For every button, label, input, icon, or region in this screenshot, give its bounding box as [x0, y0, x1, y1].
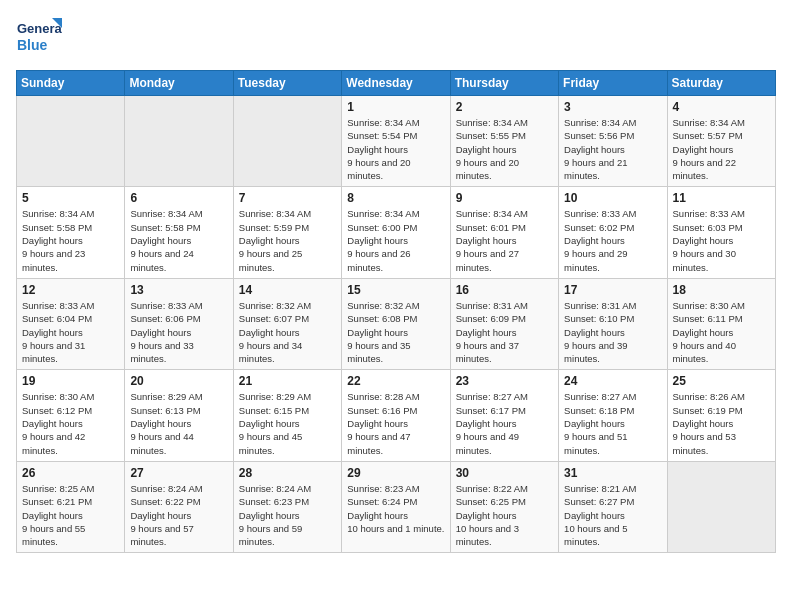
calendar-day: 10Sunrise: 8:33 AMSunset: 6:02 PMDayligh…: [559, 187, 667, 278]
weekday-header-thursday: Thursday: [450, 71, 558, 96]
calendar-day: 17Sunrise: 8:31 AMSunset: 6:10 PMDayligh…: [559, 278, 667, 369]
calendar-week-3: 12Sunrise: 8:33 AMSunset: 6:04 PMDayligh…: [17, 278, 776, 369]
weekday-header-wednesday: Wednesday: [342, 71, 450, 96]
day-number: 5: [22, 191, 119, 205]
svg-text:Blue: Blue: [17, 37, 48, 53]
day-number: 13: [130, 283, 227, 297]
calendar-day: 23Sunrise: 8:27 AMSunset: 6:17 PMDayligh…: [450, 370, 558, 461]
day-info: Sunrise: 8:30 AMSunset: 6:11 PMDaylight …: [673, 299, 770, 365]
day-info: Sunrise: 8:21 AMSunset: 6:27 PMDaylight …: [564, 482, 661, 548]
day-info: Sunrise: 8:32 AMSunset: 6:07 PMDaylight …: [239, 299, 336, 365]
day-info: Sunrise: 8:34 AMSunset: 6:01 PMDaylight …: [456, 207, 553, 273]
day-info: Sunrise: 8:34 AMSunset: 5:56 PMDaylight …: [564, 116, 661, 182]
day-number: 25: [673, 374, 770, 388]
svg-text:General: General: [17, 21, 62, 36]
calendar-day: 16Sunrise: 8:31 AMSunset: 6:09 PMDayligh…: [450, 278, 558, 369]
calendar-day: [233, 96, 341, 187]
day-number: 23: [456, 374, 553, 388]
day-number: 31: [564, 466, 661, 480]
calendar-day: 9Sunrise: 8:34 AMSunset: 6:01 PMDaylight…: [450, 187, 558, 278]
day-number: 11: [673, 191, 770, 205]
day-number: 10: [564, 191, 661, 205]
day-info: Sunrise: 8:34 AMSunset: 5:55 PMDaylight …: [456, 116, 553, 182]
calendar-day: 20Sunrise: 8:29 AMSunset: 6:13 PMDayligh…: [125, 370, 233, 461]
calendar-day: 31Sunrise: 8:21 AMSunset: 6:27 PMDayligh…: [559, 461, 667, 552]
day-number: 16: [456, 283, 553, 297]
calendar-day: 24Sunrise: 8:27 AMSunset: 6:18 PMDayligh…: [559, 370, 667, 461]
day-number: 2: [456, 100, 553, 114]
day-number: 19: [22, 374, 119, 388]
day-info: Sunrise: 8:23 AMSunset: 6:24 PMDaylight …: [347, 482, 444, 535]
day-number: 17: [564, 283, 661, 297]
calendar-day: 30Sunrise: 8:22 AMSunset: 6:25 PMDayligh…: [450, 461, 558, 552]
day-number: 6: [130, 191, 227, 205]
day-number: 29: [347, 466, 444, 480]
day-info: Sunrise: 8:29 AMSunset: 6:15 PMDaylight …: [239, 390, 336, 456]
calendar-day: 1Sunrise: 8:34 AMSunset: 5:54 PMDaylight…: [342, 96, 450, 187]
calendar-week-2: 5Sunrise: 8:34 AMSunset: 5:58 PMDaylight…: [17, 187, 776, 278]
day-number: 30: [456, 466, 553, 480]
calendar-day: 22Sunrise: 8:28 AMSunset: 6:16 PMDayligh…: [342, 370, 450, 461]
calendar-day: 13Sunrise: 8:33 AMSunset: 6:06 PMDayligh…: [125, 278, 233, 369]
day-number: 20: [130, 374, 227, 388]
calendar-day: 2Sunrise: 8:34 AMSunset: 5:55 PMDaylight…: [450, 96, 558, 187]
calendar-table: SundayMondayTuesdayWednesdayThursdayFrid…: [16, 70, 776, 553]
calendar-day: 28Sunrise: 8:24 AMSunset: 6:23 PMDayligh…: [233, 461, 341, 552]
day-info: Sunrise: 8:34 AMSunset: 5:58 PMDaylight …: [22, 207, 119, 273]
page-header: General Blue: [16, 16, 776, 60]
calendar-day: 15Sunrise: 8:32 AMSunset: 6:08 PMDayligh…: [342, 278, 450, 369]
day-info: Sunrise: 8:34 AMSunset: 5:59 PMDaylight …: [239, 207, 336, 273]
day-number: 15: [347, 283, 444, 297]
calendar-day: 8Sunrise: 8:34 AMSunset: 6:00 PMDaylight…: [342, 187, 450, 278]
weekday-header-sunday: Sunday: [17, 71, 125, 96]
day-number: 14: [239, 283, 336, 297]
calendar-day: 26Sunrise: 8:25 AMSunset: 6:21 PMDayligh…: [17, 461, 125, 552]
day-info: Sunrise: 8:29 AMSunset: 6:13 PMDaylight …: [130, 390, 227, 456]
day-info: Sunrise: 8:33 AMSunset: 6:02 PMDaylight …: [564, 207, 661, 273]
day-number: 24: [564, 374, 661, 388]
day-info: Sunrise: 8:34 AMSunset: 5:54 PMDaylight …: [347, 116, 444, 182]
calendar-day: 5Sunrise: 8:34 AMSunset: 5:58 PMDaylight…: [17, 187, 125, 278]
day-info: Sunrise: 8:34 AMSunset: 6:00 PMDaylight …: [347, 207, 444, 273]
calendar-day: 27Sunrise: 8:24 AMSunset: 6:22 PMDayligh…: [125, 461, 233, 552]
calendar-day: 19Sunrise: 8:30 AMSunset: 6:12 PMDayligh…: [17, 370, 125, 461]
calendar-day: 25Sunrise: 8:26 AMSunset: 6:19 PMDayligh…: [667, 370, 775, 461]
day-info: Sunrise: 8:34 AMSunset: 5:58 PMDaylight …: [130, 207, 227, 273]
day-info: Sunrise: 8:24 AMSunset: 6:22 PMDaylight …: [130, 482, 227, 548]
day-info: Sunrise: 8:27 AMSunset: 6:17 PMDaylight …: [456, 390, 553, 456]
day-info: Sunrise: 8:26 AMSunset: 6:19 PMDaylight …: [673, 390, 770, 456]
day-info: Sunrise: 8:34 AMSunset: 5:57 PMDaylight …: [673, 116, 770, 182]
weekday-header-friday: Friday: [559, 71, 667, 96]
day-number: 21: [239, 374, 336, 388]
day-number: 12: [22, 283, 119, 297]
calendar-day: 6Sunrise: 8:34 AMSunset: 5:58 PMDaylight…: [125, 187, 233, 278]
day-info: Sunrise: 8:31 AMSunset: 6:10 PMDaylight …: [564, 299, 661, 365]
day-number: 7: [239, 191, 336, 205]
calendar-week-1: 1Sunrise: 8:34 AMSunset: 5:54 PMDaylight…: [17, 96, 776, 187]
calendar-day: 4Sunrise: 8:34 AMSunset: 5:57 PMDaylight…: [667, 96, 775, 187]
day-info: Sunrise: 8:28 AMSunset: 6:16 PMDaylight …: [347, 390, 444, 456]
logo: General Blue: [16, 16, 62, 60]
calendar-day: [667, 461, 775, 552]
calendar-day: 7Sunrise: 8:34 AMSunset: 5:59 PMDaylight…: [233, 187, 341, 278]
day-number: 3: [564, 100, 661, 114]
day-number: 1: [347, 100, 444, 114]
day-info: Sunrise: 8:25 AMSunset: 6:21 PMDaylight …: [22, 482, 119, 548]
weekday-header-monday: Monday: [125, 71, 233, 96]
day-number: 28: [239, 466, 336, 480]
calendar-week-4: 19Sunrise: 8:30 AMSunset: 6:12 PMDayligh…: [17, 370, 776, 461]
day-info: Sunrise: 8:22 AMSunset: 6:25 PMDaylight …: [456, 482, 553, 548]
calendar-day: 3Sunrise: 8:34 AMSunset: 5:56 PMDaylight…: [559, 96, 667, 187]
day-number: 4: [673, 100, 770, 114]
day-info: Sunrise: 8:27 AMSunset: 6:18 PMDaylight …: [564, 390, 661, 456]
calendar-day: [17, 96, 125, 187]
day-info: Sunrise: 8:30 AMSunset: 6:12 PMDaylight …: [22, 390, 119, 456]
calendar-day: 21Sunrise: 8:29 AMSunset: 6:15 PMDayligh…: [233, 370, 341, 461]
day-info: Sunrise: 8:24 AMSunset: 6:23 PMDaylight …: [239, 482, 336, 548]
weekday-header-saturday: Saturday: [667, 71, 775, 96]
day-info: Sunrise: 8:33 AMSunset: 6:03 PMDaylight …: [673, 207, 770, 273]
calendar-week-5: 26Sunrise: 8:25 AMSunset: 6:21 PMDayligh…: [17, 461, 776, 552]
calendar-day: 18Sunrise: 8:30 AMSunset: 6:11 PMDayligh…: [667, 278, 775, 369]
day-number: 27: [130, 466, 227, 480]
calendar-day: 14Sunrise: 8:32 AMSunset: 6:07 PMDayligh…: [233, 278, 341, 369]
